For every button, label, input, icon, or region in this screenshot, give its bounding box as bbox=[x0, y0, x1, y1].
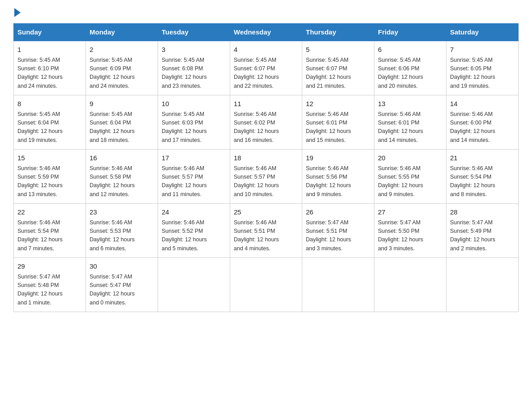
day-info: Sunrise: 5:47 AMSunset: 5:49 PMDaylight:… bbox=[450, 218, 515, 253]
calendar-day-cell: 12 Sunrise: 5:46 AMSunset: 6:01 PMDaylig… bbox=[302, 95, 374, 150]
day-number: 23 bbox=[90, 207, 154, 218]
day-number: 19 bbox=[306, 153, 370, 163]
calendar-week-row: 22 Sunrise: 5:46 AMSunset: 5:54 PMDaylig… bbox=[14, 204, 519, 258]
day-info: Sunrise: 5:46 AMSunset: 5:56 PMDaylight:… bbox=[306, 164, 370, 199]
page-header bbox=[13, 9, 519, 14]
day-number: 10 bbox=[162, 99, 226, 109]
day-number: 30 bbox=[90, 261, 154, 272]
calendar-day-cell: 22 Sunrise: 5:46 AMSunset: 5:54 PMDaylig… bbox=[14, 204, 86, 258]
empty-cell bbox=[374, 258, 446, 312]
column-header-thursday: Thursday bbox=[302, 24, 374, 41]
day-info: Sunrise: 5:45 AMSunset: 6:07 PMDaylight:… bbox=[234, 56, 298, 91]
day-number: 15 bbox=[17, 153, 82, 163]
day-number: 12 bbox=[306, 99, 370, 109]
day-number: 21 bbox=[450, 153, 515, 163]
calendar-day-cell: 10 Sunrise: 5:45 AMSunset: 6:03 PMDaylig… bbox=[158, 95, 230, 150]
day-info: Sunrise: 5:47 AMSunset: 5:47 PMDaylight:… bbox=[90, 273, 154, 308]
calendar-day-cell: 28 Sunrise: 5:47 AMSunset: 5:49 PMDaylig… bbox=[446, 204, 519, 258]
calendar-table: SundayMondayTuesdayWednesdayThursdayFrid… bbox=[13, 23, 519, 312]
calendar-day-cell: 20 Sunrise: 5:46 AMSunset: 5:55 PMDaylig… bbox=[374, 150, 446, 204]
calendar-day-cell: 5 Sunrise: 5:45 AMSunset: 6:07 PMDayligh… bbox=[302, 41, 374, 95]
day-number: 22 bbox=[17, 207, 82, 218]
day-info: Sunrise: 5:46 AMSunset: 6:02 PMDaylight:… bbox=[234, 110, 298, 145]
day-number: 5 bbox=[306, 45, 370, 55]
day-info: Sunrise: 5:45 AMSunset: 6:08 PMDaylight:… bbox=[162, 56, 226, 91]
calendar-day-cell: 2 Sunrise: 5:45 AMSunset: 6:09 PMDayligh… bbox=[86, 41, 158, 95]
empty-cell bbox=[158, 258, 230, 312]
empty-cell bbox=[230, 258, 302, 312]
day-info: Sunrise: 5:46 AMSunset: 5:54 PMDaylight:… bbox=[450, 164, 515, 199]
day-number: 28 bbox=[450, 207, 515, 218]
calendar-day-cell: 7 Sunrise: 5:45 AMSunset: 6:05 PMDayligh… bbox=[446, 41, 519, 95]
day-number: 3 bbox=[162, 45, 226, 55]
day-number: 1 bbox=[17, 45, 82, 55]
calendar-day-cell: 13 Sunrise: 5:46 AMSunset: 6:01 PMDaylig… bbox=[374, 95, 446, 150]
day-info: Sunrise: 5:46 AMSunset: 5:57 PMDaylight:… bbox=[234, 164, 298, 199]
day-number: 26 bbox=[306, 207, 370, 218]
day-info: Sunrise: 5:46 AMSunset: 5:58 PMDaylight:… bbox=[90, 164, 154, 199]
day-info: Sunrise: 5:45 AMSunset: 6:06 PMDaylight:… bbox=[378, 56, 442, 91]
calendar-day-cell: 24 Sunrise: 5:46 AMSunset: 5:52 PMDaylig… bbox=[158, 204, 230, 258]
column-header-tuesday: Tuesday bbox=[158, 24, 230, 41]
calendar-day-cell: 16 Sunrise: 5:46 AMSunset: 5:58 PMDaylig… bbox=[86, 150, 158, 204]
day-info: Sunrise: 5:46 AMSunset: 5:59 PMDaylight:… bbox=[17, 164, 82, 199]
day-number: 7 bbox=[450, 45, 515, 55]
calendar-day-cell: 6 Sunrise: 5:45 AMSunset: 6:06 PMDayligh… bbox=[374, 41, 446, 95]
day-number: 2 bbox=[90, 45, 154, 55]
calendar-day-cell: 19 Sunrise: 5:46 AMSunset: 5:56 PMDaylig… bbox=[302, 150, 374, 204]
calendar-day-cell: 3 Sunrise: 5:45 AMSunset: 6:08 PMDayligh… bbox=[158, 41, 230, 95]
day-number: 14 bbox=[450, 99, 515, 109]
calendar-day-cell: 27 Sunrise: 5:47 AMSunset: 5:50 PMDaylig… bbox=[374, 204, 446, 258]
empty-cell bbox=[302, 258, 374, 312]
day-info: Sunrise: 5:46 AMSunset: 5:53 PMDaylight:… bbox=[90, 218, 154, 253]
calendar-day-cell: 17 Sunrise: 5:46 AMSunset: 5:57 PMDaylig… bbox=[158, 150, 230, 204]
column-header-friday: Friday bbox=[374, 24, 446, 41]
day-info: Sunrise: 5:46 AMSunset: 6:01 PMDaylight:… bbox=[306, 110, 370, 145]
calendar-day-cell: 29 Sunrise: 5:47 AMSunset: 5:48 PMDaylig… bbox=[14, 258, 86, 312]
calendar-day-cell: 11 Sunrise: 5:46 AMSunset: 6:02 PMDaylig… bbox=[230, 95, 302, 150]
day-info: Sunrise: 5:45 AMSunset: 6:05 PMDaylight:… bbox=[450, 56, 515, 91]
day-info: Sunrise: 5:47 AMSunset: 5:48 PMDaylight:… bbox=[17, 273, 82, 308]
day-info: Sunrise: 5:47 AMSunset: 5:51 PMDaylight:… bbox=[306, 218, 370, 253]
day-number: 16 bbox=[90, 153, 154, 163]
calendar-week-row: 29 Sunrise: 5:47 AMSunset: 5:48 PMDaylig… bbox=[14, 258, 519, 312]
day-number: 13 bbox=[378, 99, 442, 109]
day-number: 27 bbox=[378, 207, 442, 218]
day-number: 11 bbox=[234, 99, 298, 109]
logo-triangle-icon bbox=[14, 8, 21, 17]
day-info: Sunrise: 5:45 AMSunset: 6:09 PMDaylight:… bbox=[90, 56, 154, 91]
day-number: 25 bbox=[234, 207, 298, 218]
day-info: Sunrise: 5:46 AMSunset: 5:51 PMDaylight:… bbox=[234, 218, 298, 253]
day-info: Sunrise: 5:46 AMSunset: 6:00 PMDaylight:… bbox=[450, 110, 515, 145]
column-header-saturday: Saturday bbox=[446, 24, 519, 41]
calendar-day-cell: 1 Sunrise: 5:45 AMSunset: 6:10 PMDayligh… bbox=[14, 41, 86, 95]
column-header-monday: Monday bbox=[86, 24, 158, 41]
day-number: 18 bbox=[234, 153, 298, 163]
column-header-sunday: Sunday bbox=[14, 24, 86, 41]
day-info: Sunrise: 5:45 AMSunset: 6:10 PMDaylight:… bbox=[17, 56, 82, 91]
day-number: 20 bbox=[378, 153, 442, 163]
calendar-day-cell: 30 Sunrise: 5:47 AMSunset: 5:47 PMDaylig… bbox=[86, 258, 158, 312]
day-info: Sunrise: 5:45 AMSunset: 6:04 PMDaylight:… bbox=[90, 110, 154, 145]
empty-cell bbox=[446, 258, 519, 312]
day-number: 6 bbox=[378, 45, 442, 55]
day-info: Sunrise: 5:46 AMSunset: 5:52 PMDaylight:… bbox=[162, 218, 226, 253]
day-number: 17 bbox=[162, 153, 226, 163]
day-info: Sunrise: 5:45 AMSunset: 6:07 PMDaylight:… bbox=[306, 56, 370, 91]
day-info: Sunrise: 5:47 AMSunset: 5:50 PMDaylight:… bbox=[378, 218, 442, 253]
calendar-day-cell: 23 Sunrise: 5:46 AMSunset: 5:53 PMDaylig… bbox=[86, 204, 158, 258]
day-number: 9 bbox=[90, 99, 154, 109]
column-header-wednesday: Wednesday bbox=[230, 24, 302, 41]
calendar-week-row: 15 Sunrise: 5:46 AMSunset: 5:59 PMDaylig… bbox=[14, 150, 519, 204]
day-info: Sunrise: 5:45 AMSunset: 6:04 PMDaylight:… bbox=[17, 110, 82, 145]
day-number: 4 bbox=[234, 45, 298, 55]
day-info: Sunrise: 5:46 AMSunset: 6:01 PMDaylight:… bbox=[378, 110, 442, 145]
calendar-week-row: 8 Sunrise: 5:45 AMSunset: 6:04 PMDayligh… bbox=[14, 95, 519, 150]
day-number: 8 bbox=[17, 99, 82, 109]
logo bbox=[13, 9, 21, 14]
calendar-day-cell: 26 Sunrise: 5:47 AMSunset: 5:51 PMDaylig… bbox=[302, 204, 374, 258]
day-number: 29 bbox=[17, 261, 82, 272]
day-info: Sunrise: 5:45 AMSunset: 6:03 PMDaylight:… bbox=[162, 110, 226, 145]
calendar-day-cell: 21 Sunrise: 5:46 AMSunset: 5:54 PMDaylig… bbox=[446, 150, 519, 204]
calendar-day-cell: 14 Sunrise: 5:46 AMSunset: 6:00 PMDaylig… bbox=[446, 95, 519, 150]
